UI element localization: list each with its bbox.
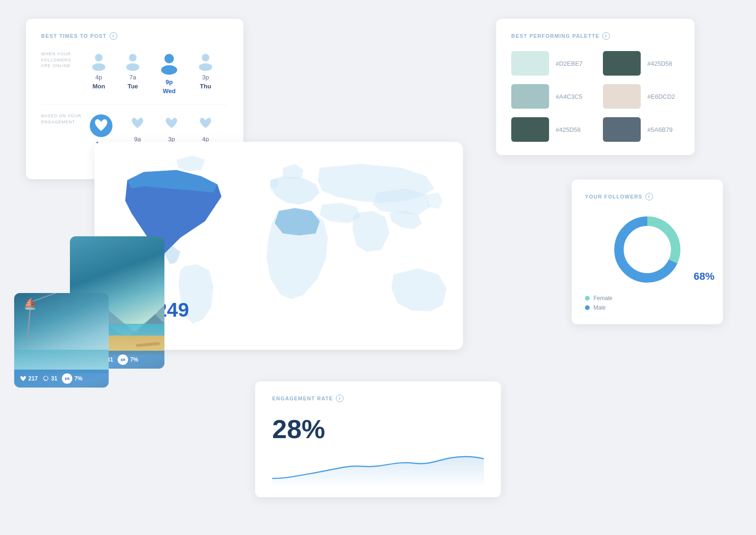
heart-icon xyxy=(20,375,26,382)
followers-online-section: WHEN YOUR FOLLOWERSARE ONLINE 4p Mon xyxy=(41,51,228,95)
info-icon[interactable]: i xyxy=(602,32,610,40)
svg-point-4 xyxy=(164,54,174,63)
er-value: 7% xyxy=(74,375,82,382)
engagement-title: ENGAGEMENT RATE i xyxy=(272,395,484,402)
palette-grid: #D2EBE7 #425D58 #A4C3C5 #E6DCD2 #425D58 … xyxy=(511,51,679,142)
color-code: #5A6B79 xyxy=(647,126,673,133)
palette-item: #425D58 xyxy=(511,117,588,142)
color-swatch xyxy=(511,84,549,109)
color-code: #E6DCD2 xyxy=(647,93,675,100)
er-stat: ER 7% xyxy=(62,373,82,384)
color-swatch xyxy=(511,51,549,76)
followers-legend: Female Male xyxy=(585,295,710,311)
info-icon[interactable]: i xyxy=(110,32,117,40)
photo-overlay-2: 217 31 ER 7% xyxy=(14,370,109,388)
color-code: #A4C3C5 xyxy=(556,93,582,100)
heart-icon xyxy=(195,113,216,134)
color-swatch xyxy=(603,117,641,142)
color-code: #425D58 xyxy=(556,126,581,133)
likes-count: 217 xyxy=(28,375,38,382)
color-swatch xyxy=(511,117,549,142)
male-dot xyxy=(585,305,590,310)
best-times-title: BEST TIMES TO POST i xyxy=(41,32,228,40)
boat-photo: ⛵ 217 31 ER 7% xyxy=(14,293,109,388)
palette-title: BEST PERFORMING PALETTE i xyxy=(511,32,679,40)
comments-count: 31 xyxy=(51,375,57,382)
er-stat: ER 7% xyxy=(118,354,138,365)
female-label: Female xyxy=(593,295,612,302)
svg-point-2 xyxy=(129,54,137,61)
color-swatch xyxy=(603,84,641,109)
palette-item: #5A6B79 xyxy=(603,117,679,142)
section2-label: BASED ON YOURENGAGEMENT xyxy=(41,113,88,125)
day-label: Mon xyxy=(93,83,105,90)
palette-item: #D2EBE7 xyxy=(511,51,588,76)
time-item-active: 9p Wed xyxy=(156,51,182,95)
color-code: #D2EBE7 xyxy=(556,60,583,67)
donut-svg xyxy=(610,212,685,287)
palette-card: BEST PERFORMING PALETTE i #D2EBE7 #425D5… xyxy=(496,19,695,155)
engagement-chart xyxy=(272,448,484,486)
legend-item-male: Male xyxy=(585,304,710,311)
legend-item-female: Female xyxy=(585,295,710,302)
time-item: 4p Mon xyxy=(88,51,109,95)
svg-point-16 xyxy=(43,376,48,380)
comment-icon xyxy=(43,375,49,382)
heart-icon xyxy=(161,113,182,134)
svg-point-7 xyxy=(199,63,212,71)
male-label: Male xyxy=(593,304,606,311)
section1-label: WHEN YOUR FOLLOWERSARE ONLINE xyxy=(41,51,88,69)
palette-item: #A4C3C5 xyxy=(511,84,588,109)
followers-card: YOUR FOLLOWERS i 68% Female Male xyxy=(572,180,723,324)
heart-icon-active xyxy=(88,113,114,138)
engagement-value: 28% xyxy=(272,414,484,444)
info-icon[interactable]: i xyxy=(645,193,653,200)
heart-icon xyxy=(127,113,148,134)
color-code: #425D58 xyxy=(647,60,672,67)
avatar-icon xyxy=(122,51,143,72)
palette-item: #E6DCD2 xyxy=(603,84,679,109)
avatar-icon-active xyxy=(156,51,182,77)
day-label: Thu xyxy=(200,83,211,90)
time-label: 7a xyxy=(129,74,136,81)
donut-percent: 68% xyxy=(694,270,714,283)
time-label: 4p xyxy=(95,74,102,81)
engagement-card: ENGAGEMENT RATE i 28% xyxy=(255,381,501,497)
time-item: 7a Tue xyxy=(122,51,143,95)
color-swatch xyxy=(603,51,641,76)
divider xyxy=(41,104,228,104)
svg-point-6 xyxy=(202,54,209,61)
sail-icon: ⛵ xyxy=(24,298,36,310)
svg-point-1 xyxy=(92,63,105,71)
avatar-icon xyxy=(195,51,216,72)
time-items-online: 4p Mon 7a Tue xyxy=(88,51,216,95)
time-label: 3p xyxy=(202,74,209,81)
info-icon[interactable]: i xyxy=(336,395,344,402)
svg-point-5 xyxy=(161,65,177,75)
er-badge: ER xyxy=(118,354,128,365)
likes-stat: 217 xyxy=(20,375,38,382)
er-value: 7% xyxy=(130,356,138,363)
day-label-active: Wed xyxy=(163,87,175,95)
female-dot xyxy=(585,296,590,301)
er-badge: ER xyxy=(62,373,72,384)
avatar-icon xyxy=(88,51,109,72)
comments-stat: 31 xyxy=(43,375,57,382)
palette-item: #425D58 xyxy=(603,51,679,76)
svg-point-0 xyxy=(95,54,103,61)
followers-title: YOUR FOLLOWERS i xyxy=(585,193,710,200)
time-label-active: 9p xyxy=(165,78,172,86)
day-label: Tue xyxy=(128,83,138,90)
time-item: 3p Thu xyxy=(195,51,216,95)
photo-card-2: ⛵ 217 31 ER 7% xyxy=(14,293,109,388)
svg-point-3 xyxy=(126,63,139,71)
donut-chart: 68% xyxy=(585,212,710,287)
